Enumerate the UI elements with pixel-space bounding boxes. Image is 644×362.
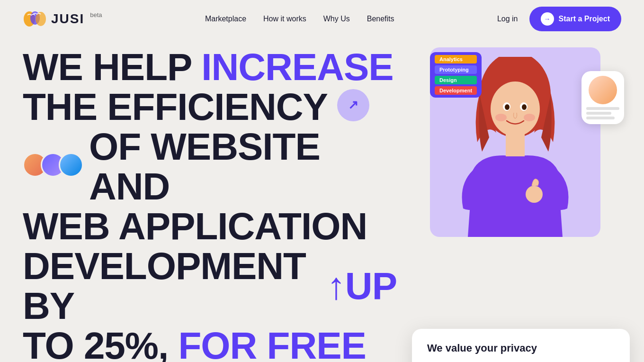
logo-beta: beta: [90, 11, 102, 18]
navigation: JUSI beta Marketplace How it works Why U…: [0, 0, 644, 38]
phone-avatar: [589, 76, 617, 104]
phone-line-2: [586, 112, 611, 115]
analytics-card: Analytics Prototyping Design Development: [430, 52, 482, 98]
logo[interactable]: JUSI beta: [23, 9, 102, 28]
svg-point-10: [495, 114, 507, 121]
logo-text: JUSI: [51, 11, 84, 27]
svg-point-9: [522, 104, 527, 110]
main-content: WE HELP INCREASE THE EFFICIENCY ↗ OF WEB…: [0, 38, 644, 362]
nav-how-it-works[interactable]: How it works: [263, 15, 306, 23]
svg-rect-5: [506, 130, 525, 156]
svg-point-4: [491, 81, 540, 136]
hero-line1-plain: WE HELP: [23, 46, 201, 88]
start-project-button[interactable]: → Start a Project: [529, 7, 621, 31]
tag-design: Design: [435, 76, 477, 84]
svg-point-12: [526, 186, 543, 203]
hero-for-free: FOR FREE: [178, 325, 366, 362]
trend-up-icon: ↗: [348, 99, 358, 111]
phone-card: [581, 71, 624, 124]
nav-marketplace[interactable]: Marketplace: [205, 15, 246, 23]
arrow-icon: →: [541, 12, 554, 26]
nav-why-us[interactable]: Why Us: [323, 15, 350, 23]
hero-line3-text: OF WEBSITE AND: [89, 127, 397, 207]
hero-title: WE HELP INCREASE THE EFFICIENCY ↗ OF WEB…: [23, 47, 397, 362]
avatar-group: [23, 153, 83, 177]
hero-to-25: TO 25%,: [23, 325, 178, 362]
login-link[interactable]: Log in: [497, 15, 518, 23]
cookie-banner: We value your privacy We use cookies to …: [412, 329, 630, 362]
nav-benefits[interactable]: Benefits: [367, 15, 394, 23]
cookie-title: We value your privacy: [427, 342, 615, 354]
hero-line-3: OF WEBSITE AND: [23, 127, 397, 207]
hero-line-4: WEB APPLICATION: [23, 207, 397, 246]
hero-section: WE HELP INCREASE THE EFFICIENCY ↗ OF WEB…: [23, 47, 397, 362]
hero-line-5: DEVELOPMENT BY ↑UP: [23, 246, 397, 326]
analytics-tags: Analytics Prototyping Design Development: [435, 55, 477, 95]
logo-icon: [23, 9, 47, 28]
hero-line-6: TO 25%, FOR FREE: [23, 325, 366, 362]
hero-line1-highlight: INCREASE: [201, 46, 393, 88]
hero-up-text: ↑UP: [327, 266, 397, 306]
trend-badge: ↗: [337, 89, 369, 121]
tag-prototyping: Prototyping: [435, 65, 477, 74]
avatar-3: [59, 153, 83, 177]
hero-line2-text: THE EFFICIENCY: [23, 87, 328, 127]
nav-links: Marketplace How it works Why Us Benefits: [205, 15, 394, 23]
hero-image-section: Analytics Prototyping Design Development: [416, 47, 615, 362]
svg-point-8: [505, 104, 510, 110]
nav-right: Log in → Start a Project: [497, 7, 621, 31]
phone-line-1: [586, 107, 619, 110]
phone-line-3: [586, 117, 615, 119]
hero-line5-plain: DEVELOPMENT BY: [23, 246, 327, 326]
phone-lines: [586, 107, 619, 119]
hero-line-2: THE EFFICIENCY ↗: [23, 87, 397, 127]
hero-line-1: WE HELP INCREASE: [23, 47, 397, 87]
cookie-text: We use cookies to enhance your browsing …: [427, 360, 615, 362]
tag-analytics: Analytics: [435, 55, 477, 63]
svg-point-11: [524, 114, 535, 121]
tag-development: Development: [435, 86, 477, 95]
